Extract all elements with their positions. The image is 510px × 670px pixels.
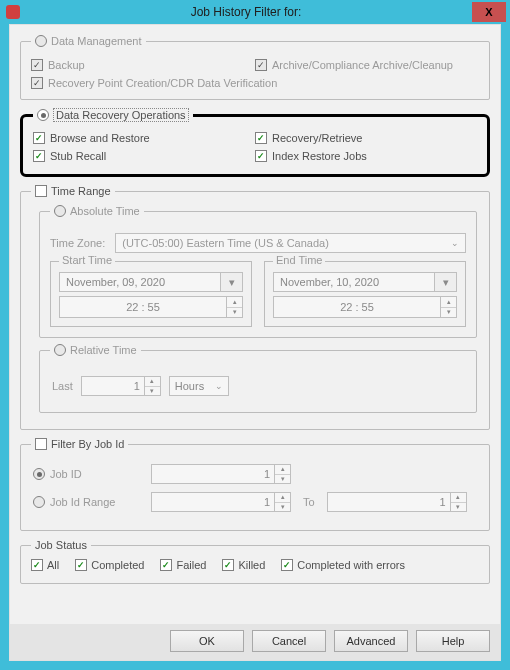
label-status-failed: Failed (176, 559, 206, 571)
label-status-cwe: Completed with errors (297, 559, 405, 571)
legend-data-management: Data Management (51, 35, 142, 47)
radio-job-id-range (33, 496, 45, 508)
checkbox-recovery-point: ✓ (31, 77, 43, 89)
chevron-down-icon: ⌄ (215, 381, 223, 391)
legend-job-status: Job Status (35, 539, 87, 551)
label-status-killed: Killed (238, 559, 265, 571)
ok-button[interactable]: OK (170, 630, 244, 652)
spinner-end-time: ▴▾ (440, 297, 456, 317)
select-timezone: (UTC-05:00) Eastern Time (US & Canada) ⌄ (115, 233, 466, 253)
checkbox-recovery-retrieve[interactable]: ✓ (255, 132, 267, 144)
checkbox-backup: ✓ (31, 59, 43, 71)
label-status-completed: Completed (91, 559, 144, 571)
legend-filter-job-id: Filter By Job Id (51, 438, 124, 450)
field-job-id: 1 ▴▾ (151, 464, 291, 484)
label-timezone: Time Zone: (50, 237, 105, 249)
cancel-button[interactable]: Cancel (252, 630, 326, 652)
window-title: Job History Filter for: (20, 5, 472, 19)
label-browse-restore: Browse and Restore (50, 132, 150, 144)
button-bar: OK Cancel Advanced Help (20, 628, 490, 652)
group-filter-job-id: Filter By Job Id Job ID 1 ▴▾ Job Id Rang… (20, 438, 490, 531)
radio-relative-time (54, 344, 66, 356)
dropdown-end-date: November, 10, 2020 ▾ (273, 272, 457, 292)
spinner-last: ▴▾ (144, 377, 160, 395)
radio-data-management[interactable] (35, 35, 47, 47)
spinner-start-time: ▴▾ (226, 297, 242, 317)
radio-data-recovery[interactable] (37, 109, 49, 121)
label-last: Last (52, 380, 73, 392)
chevron-down-icon: ⌄ (451, 238, 459, 248)
job-id-to-value: 1 (328, 496, 450, 508)
timezone-value: (UTC-05:00) Eastern Time (US & Canada) (122, 237, 329, 249)
spinner-job-id-from: ▴▾ (274, 493, 290, 511)
group-end-time: End Time November, 10, 2020 ▾ 22 : 55 ▴▾ (264, 261, 466, 327)
field-start-time: 22 : 55 ▴▾ (59, 296, 243, 318)
last-unit-value: Hours (175, 380, 204, 392)
group-time-range: Time Range Absolute Time Time Zone: (UTC… (20, 185, 490, 430)
group-start-time: Start Time November, 09, 2020 ▾ 22 : 55 … (50, 261, 252, 327)
checkbox-status-cwe[interactable]: ✓ (281, 559, 293, 571)
label-job-id-range: Job Id Range (50, 496, 115, 508)
spinner-job-id: ▴▾ (274, 465, 290, 483)
legend-time-range: Time Range (51, 185, 111, 197)
legend-end-time: End Time (273, 254, 325, 266)
triangle-down-icon: ▾ (220, 273, 242, 291)
checkbox-archive: ✓ (255, 59, 267, 71)
label-stub-recall: Stub Recall (50, 150, 106, 162)
titlebar: Job History Filter for: X (0, 0, 510, 24)
checkbox-stub-recall[interactable]: ✓ (33, 150, 45, 162)
legend-relative-time: Relative Time (70, 344, 137, 356)
checkbox-filter-job-id[interactable] (35, 438, 47, 450)
job-id-from-value: 1 (152, 496, 274, 508)
start-date-value: November, 09, 2020 (60, 276, 220, 288)
label-backup: Backup (48, 59, 85, 71)
field-job-id-from: 1 ▴▾ (151, 492, 291, 512)
end-time-value: 22 : 55 (274, 301, 440, 313)
checkbox-browse-restore[interactable]: ✓ (33, 132, 45, 144)
close-button[interactable]: X (472, 2, 506, 22)
field-last-value: 1 ▴▾ (81, 376, 161, 396)
legend-data-recovery: Data Recovery Operations (56, 109, 186, 121)
checkbox-status-all[interactable]: ✓ (31, 559, 43, 571)
last-value: 1 (82, 380, 144, 392)
label-index-restore: Index Restore Jobs (272, 150, 367, 162)
help-button[interactable]: Help (416, 630, 490, 652)
checkbox-status-killed[interactable]: ✓ (222, 559, 234, 571)
group-absolute-time: Absolute Time Time Zone: (UTC-05:00) Eas… (39, 205, 477, 338)
field-end-time: 22 : 55 ▴▾ (273, 296, 457, 318)
radio-job-id (33, 468, 45, 480)
app-icon (6, 5, 20, 19)
legend-absolute-time: Absolute Time (70, 205, 140, 217)
group-data-recovery: Data Recovery Operations ✓ Browse and Re… (20, 108, 490, 177)
field-job-id-to: 1 ▴▾ (327, 492, 467, 512)
end-date-value: November, 10, 2020 (274, 276, 434, 288)
legend-start-time: Start Time (59, 254, 115, 266)
checkbox-status-completed[interactable]: ✓ (75, 559, 87, 571)
select-last-unit: Hours ⌄ (169, 376, 229, 396)
label-recovery-retrieve: Recovery/Retrieve (272, 132, 362, 144)
label-recovery-point: Recovery Point Creation/CDR Data Verific… (48, 77, 277, 89)
label-to: To (303, 496, 315, 508)
group-job-status: Job Status ✓ All ✓ Completed ✓ Failed ✓ … (20, 539, 490, 584)
start-time-value: 22 : 55 (60, 301, 226, 313)
job-id-value: 1 (152, 468, 274, 480)
label-status-all: All (47, 559, 59, 571)
dropdown-start-date: November, 09, 2020 ▾ (59, 272, 243, 292)
checkbox-index-restore[interactable]: ✓ (255, 150, 267, 162)
label-job-id: Job ID (50, 468, 82, 480)
spinner-job-id-to: ▴▾ (450, 493, 466, 511)
label-archive: Archive/Compliance Archive/Cleanup (272, 59, 453, 71)
radio-absolute-time (54, 205, 66, 217)
group-relative-time: Relative Time Last 1 ▴▾ Hours ⌄ (39, 344, 477, 413)
group-data-management: Data Management ✓ Backup ✓ Archive/Compl… (20, 35, 490, 100)
checkbox-time-range[interactable] (35, 185, 47, 197)
dialog-content: Data Management ✓ Backup ✓ Archive/Compl… (9, 24, 501, 661)
checkbox-status-failed[interactable]: ✓ (160, 559, 172, 571)
advanced-button[interactable]: Advanced (334, 630, 408, 652)
triangle-down-icon: ▾ (434, 273, 456, 291)
